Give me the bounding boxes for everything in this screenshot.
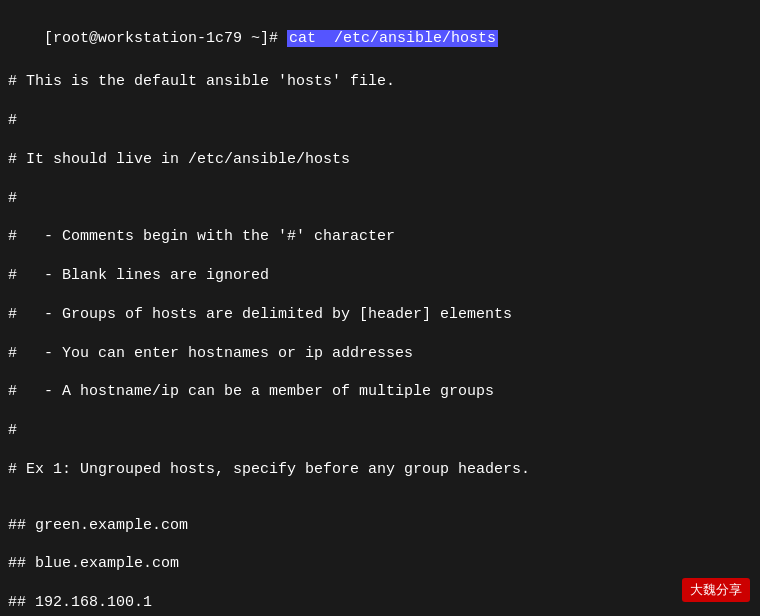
terminal-line: # - A hostname/ip can be a member of mul…	[8, 381, 752, 403]
terminal-line: ## green.example.com	[8, 515, 752, 537]
terminal-line: #	[8, 188, 752, 210]
terminal-line: # This is the default ansible 'hosts' fi…	[8, 71, 752, 93]
terminal-line: ## blue.example.com	[8, 553, 752, 575]
terminal-line: # - Blank lines are ignored	[8, 265, 752, 287]
terminal-line: #	[8, 110, 752, 132]
terminal-window: [root@workstation-1c79 ~]# cat /etc/ansi…	[0, 0, 760, 616]
terminal-line: # - You can enter hostnames or ip addres…	[8, 343, 752, 365]
command-text: cat /etc/ansible/hosts	[287, 30, 498, 47]
terminal-line: # Ex 1: Ungrouped hosts, specify before …	[8, 459, 752, 481]
terminal-line: ## 192.168.100.1	[8, 592, 752, 614]
terminal-output: # This is the default ansible 'hosts' fi…	[8, 71, 752, 616]
terminal-line: # - Comments begin with the '#' characte…	[8, 226, 752, 248]
terminal-line: # It should live in /etc/ansible/hosts	[8, 149, 752, 171]
terminal-line: # - Groups of hosts are delimited by [he…	[8, 304, 752, 326]
terminal-line: #	[8, 420, 752, 442]
prompt-text: [root@workstation-1c79 ~]#	[44, 30, 287, 47]
watermark: 大魏分享	[682, 578, 750, 602]
command-prompt-line: [root@workstation-1c79 ~]# cat /etc/ansi…	[8, 6, 752, 71]
